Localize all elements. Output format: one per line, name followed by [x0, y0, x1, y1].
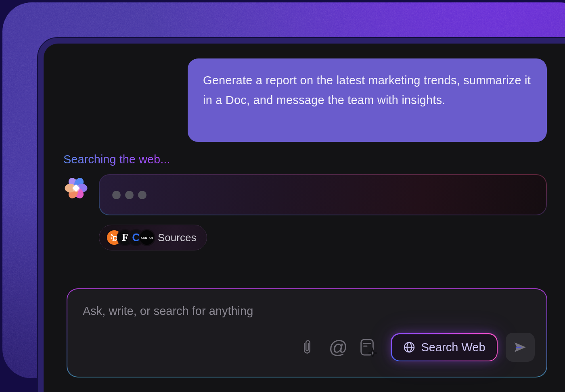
send-icon [513, 340, 528, 355]
search-web-label: Search Web [421, 341, 485, 354]
sources-label: Sources [158, 231, 196, 244]
status-text: Searching the web... [63, 153, 170, 166]
user-message-text: Generate a report on the latest marketin… [203, 74, 531, 106]
attach-button[interactable] [299, 338, 315, 357]
typing-indicator [100, 175, 546, 215]
composer: Ask, write, or search for anything @ [67, 288, 547, 377]
source-avatars: F C KANTAR [107, 230, 154, 245]
composer-controls: @ [299, 333, 535, 362]
globe-icon [403, 341, 416, 354]
ai-doc-button[interactable] [358, 338, 377, 357]
ai-flower-icon [65, 177, 88, 200]
typing-dot [125, 191, 134, 199]
c-letter: C [132, 231, 140, 244]
search-web-button[interactable]: Search Web [391, 333, 498, 361]
send-button[interactable] [506, 333, 535, 362]
mention-button[interactable]: @ [329, 338, 347, 356]
user-message-bubble: Generate a report on the latest marketin… [188, 58, 547, 142]
kantar-icon: KANTAR [140, 230, 154, 245]
at-sign-icon: @ [329, 338, 348, 356]
composer-input[interactable]: Ask, write, or search for anything [83, 304, 253, 318]
screen: Generate a report on the latest marketin… [0, 0, 565, 392]
paperclip-icon [299, 338, 315, 357]
ai-response-loading-card [99, 174, 547, 215]
kantar-wordmark: KANTAR [141, 236, 153, 239]
forbes-letter: F [122, 232, 128, 243]
typing-dot [112, 191, 121, 199]
ai-doc-icon [358, 338, 377, 357]
typing-dot [138, 191, 146, 199]
sources-chip[interactable]: F C KANTAR Sources [99, 225, 207, 250]
